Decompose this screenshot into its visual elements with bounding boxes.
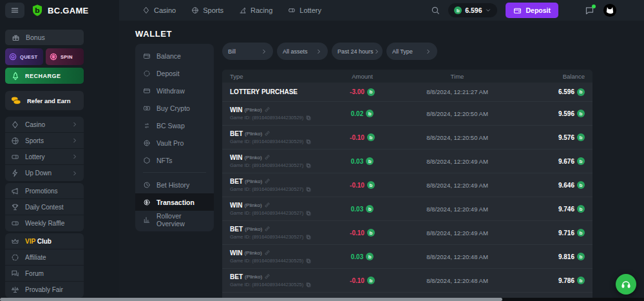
filter-all-type[interactable]: All Type — [386, 43, 437, 60]
wallet-menu-label: NFTs — [156, 157, 173, 164]
recharge-button[interactable]: RECHARGE — [5, 68, 84, 84]
forum-icon — [11, 269, 19, 278]
spin-button[interactable]: SPIN — [46, 48, 84, 65]
wallet-menu-divider — [143, 172, 206, 173]
bc-game-app: b BC.GAME CasinoSportsRacingLottery b 6.… — [0, 0, 644, 301]
cell-balance: 9.676b — [515, 157, 592, 165]
lottery-icon — [11, 153, 19, 161]
sidebar-item-up-down[interactable]: Up Down — [5, 165, 84, 181]
bc-coin-icon: b — [577, 277, 585, 284]
sidebar-item-weekly-raffle[interactable]: Weekly Raffle — [5, 215, 84, 231]
wallet-menu-item-rollover-overview[interactable]: Rollover Overview — [135, 211, 214, 228]
transaction-row: BET(Plinko)Game ID: (891640893444230527)… — [222, 221, 592, 245]
refer-and-earn-button[interactable]: Refer and Earn — [5, 91, 84, 110]
support-button[interactable] — [616, 274, 636, 295]
balance-value: 6.596 — [558, 88, 574, 95]
balance-value: 9.816 — [558, 253, 574, 260]
wallet-menu-item-nfts[interactable]: NFTs — [135, 151, 214, 169]
wallet-menu-item-transaction[interactable]: Transaction — [135, 193, 214, 211]
sidebar-item-vip-club[interactable]: VIP Club — [5, 233, 84, 249]
bc-coin-icon: b — [367, 181, 375, 189]
logo[interactable]: b BC.GAME — [31, 4, 89, 17]
wallet-menu-label: BC Swap — [156, 122, 185, 130]
scales-icon — [11, 286, 19, 294]
wallet-menu-item-withdraw[interactable]: Withdraw — [135, 82, 214, 99]
horizontal-scrollbar[interactable] — [0, 298, 644, 301]
sidebar-item-daily-contest[interactable]: Daily Contest — [5, 199, 84, 215]
nav-item-casino[interactable]: Casino — [142, 6, 176, 14]
sidebar-bonus-button[interactable]: Bonus — [5, 30, 84, 45]
header-right: b 6.596 Deposit — [431, 3, 644, 18]
avatar[interactable] — [603, 3, 617, 17]
scrollbar-thumb[interactable] — [0, 298, 502, 301]
quest-button[interactable]: QUEST — [5, 48, 43, 65]
game-id-text: Game ID: (891640893444230529) — [230, 139, 303, 144]
menu-button[interactable] — [5, 3, 24, 18]
transaction-row: WIN(Plinko)Game ID: (891640893444230529)… — [222, 102, 592, 126]
sidebar-item-promotions[interactable]: Promotions — [5, 183, 84, 199]
wallet-menu-label: Withdraw — [156, 87, 185, 95]
vip-text: VIP — [25, 238, 35, 245]
swap-icon — [143, 122, 151, 130]
link-icon — [264, 106, 270, 113]
sidebar-item-forum[interactable]: Forum — [5, 266, 84, 282]
type-line: BET(Plinko) — [230, 273, 325, 280]
cell-balance: 6.596b — [515, 88, 592, 96]
nav-label: Racing — [251, 6, 272, 14]
chat-icon[interactable] — [585, 6, 594, 15]
filter-bill[interactable]: Bill — [222, 43, 273, 60]
wallet-icon — [143, 52, 151, 60]
nav-item-sports[interactable]: Sports — [191, 6, 223, 14]
rollover-icon — [143, 216, 151, 224]
racing-icon — [239, 6, 247, 14]
sidebar-item-affiliate[interactable]: Affiliate — [5, 249, 84, 266]
notifications-bell-icon[interactable] — [567, 6, 576, 15]
game-name: (Plinko) — [245, 274, 262, 280]
crown-icon — [11, 237, 19, 246]
sidebar-item-lottery[interactable]: Lottery — [5, 149, 84, 165]
wallet-menu-item-deposit[interactable]: Deposit — [135, 64, 214, 82]
type-line: WIN(Plinko) — [230, 202, 325, 209]
copy-icon — [305, 139, 312, 145]
nav-item-racing[interactable]: Racing — [239, 6, 272, 14]
cell-amount: 0.03b — [325, 157, 399, 165]
cell-time: 8/8/2024, 12:20:48 AM — [399, 253, 515, 260]
type-line: BET(Plinko) — [230, 130, 325, 137]
game-id-text: Game ID: (891640893444230525) — [230, 282, 303, 287]
column-amount: Amount — [325, 73, 399, 80]
amount-value: -3.00 — [350, 88, 365, 95]
chevron-right-icon — [374, 48, 380, 55]
balance-selector[interactable]: b 6.596 — [448, 3, 497, 17]
wallet-menu-item-vault-pro[interactable]: Vault Pro — [135, 134, 214, 151]
wallet-menu-label: Deposit — [156, 70, 180, 77]
sidebar-item-casino[interactable]: Casino — [5, 117, 84, 133]
gold-coins-icon — [10, 95, 22, 106]
chevron-right-icon — [316, 48, 322, 55]
transaction-type: WIN — [230, 154, 242, 161]
search-icon[interactable] — [431, 6, 440, 15]
cell-amount: -0.10b — [325, 229, 399, 237]
wallet-menu-item-buy-crypto[interactable]: Buy Crypto — [135, 99, 214, 117]
sidebar-menu: CasinoSportsLotteryUp DownPromotionsDail… — [5, 117, 84, 298]
wallet-menu-label: Buy Crypto — [156, 104, 190, 112]
language-globe-icon[interactable] — [625, 6, 635, 15]
external-link-icon — [51, 270, 57, 277]
wallet-menu-item-bet-history[interactable]: Bet History — [135, 176, 214, 193]
type-line: WIN(Plinko) — [230, 106, 325, 113]
headphones-icon — [621, 279, 631, 289]
sidebar-item-label: Provably Fair — [25, 286, 63, 293]
wallet-menu-item-bc-swap[interactable]: BC Swap — [135, 117, 214, 134]
deposit-button[interactable]: Deposit — [506, 3, 558, 18]
cell-time: 8/8/2024, 12:20:48 AM — [399, 277, 515, 284]
nav-item-lottery[interactable]: Lottery — [288, 6, 321, 14]
wallet-menu-item-balance[interactable]: Balance — [135, 47, 214, 64]
filter-past-24-hours[interactable]: Past 24 hours — [332, 43, 383, 60]
casino-icon — [11, 121, 19, 129]
transaction-row: BET(Plinko)Game ID: (891640893444230527)… — [222, 173, 592, 197]
header-left: b BC.GAME — [0, 0, 119, 21]
sidebar-item-sports[interactable]: Sports — [5, 133, 84, 149]
transaction-area: BillAll assetsPast 24 hoursAll Type Type… — [222, 43, 592, 301]
bc-coin-icon: b — [577, 253, 585, 260]
sidebar-item-provably-fair[interactable]: Provably Fair — [5, 282, 84, 298]
filter-all-assets[interactable]: All assets — [277, 43, 328, 60]
